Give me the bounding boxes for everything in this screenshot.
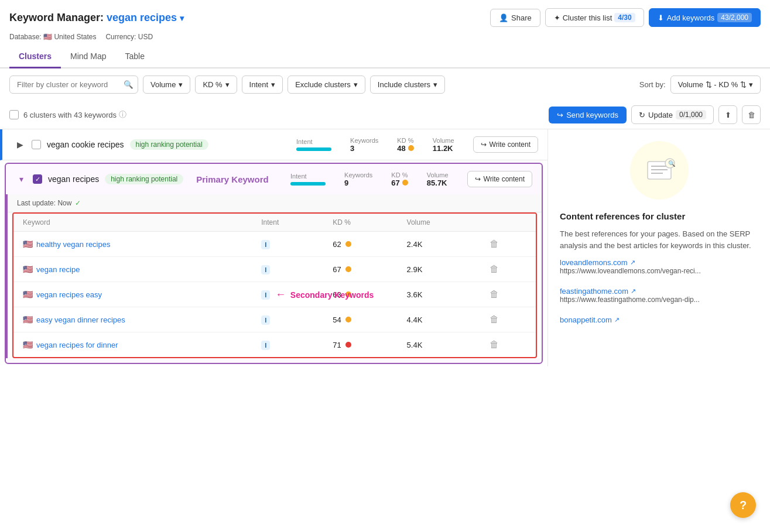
delete-keyword-button[interactable]: 🗑 xyxy=(490,264,499,274)
delete-keyword-button[interactable]: 🗑 xyxy=(490,289,499,299)
cluster-row-vegan-wrap: ▾ ✓ vegan recipes high ranking potential… xyxy=(5,163,543,364)
chevron-down-icon[interactable]: ▾ xyxy=(180,13,184,23)
kd-cell: 62 xyxy=(323,232,397,257)
delete-keyword-button[interactable]: 🗑 xyxy=(490,239,499,249)
table-row: 🇺🇸 vegan recipes for dinner I 71 xyxy=(13,332,536,358)
cluster-icon: ✦ xyxy=(554,13,560,22)
keyword-cell: 🇺🇸 vegan recipe xyxy=(13,257,252,282)
export-button[interactable]: ⬆ xyxy=(718,105,737,124)
search-wrap: 🔍 xyxy=(9,75,138,94)
include-clusters-filter[interactable]: Include clusters ▾ xyxy=(370,75,445,94)
tabs-bar: Clusters Mind Map Table xyxy=(0,46,770,68)
intent-badge: I xyxy=(261,341,270,350)
keyword-link[interactable]: 🇺🇸 easy vegan dinner recipes xyxy=(23,315,242,324)
sort-button[interactable]: Volume ⇅ - KD % ⇅ ▾ xyxy=(670,75,761,94)
sort-section: Sort by: Volume ⇅ - KD % ⇅ ▾ xyxy=(639,75,761,94)
write-content-button-1[interactable]: ↪ Write content xyxy=(473,136,538,153)
keyword-title: vegan recipes xyxy=(107,12,177,23)
header-left: Keyword Manager: vegan recipes ▾ xyxy=(9,12,184,24)
tab-mindmap[interactable]: Mind Map xyxy=(61,46,115,67)
actions-right: ↪ Send keywords ↻ Update 0/1,000 ⬆ 🗑 xyxy=(549,105,761,124)
select-all-checkbox[interactable] xyxy=(9,110,19,119)
volume-cell: 5.4K xyxy=(398,332,481,358)
flag-icon: 🇺🇸 xyxy=(23,239,33,249)
keyword-link[interactable]: 🇺🇸 healthy vegan recipes xyxy=(23,239,242,249)
ref-item-2: feastingathome.com ↗ https://www.feastin… xyxy=(560,287,758,304)
ref-link-2[interactable]: feastingathome.com ↗ xyxy=(560,287,758,296)
volume-cell: 3.6K xyxy=(398,282,481,307)
secondary-keywords-label: ← Secondary Keywords xyxy=(275,289,374,301)
check-icon: ✓ xyxy=(75,199,81,207)
expand-button[interactable]: ▶ xyxy=(14,139,26,150)
actions-bar: 6 clusters with 43 keywords ⓘ ↪ Send key… xyxy=(0,101,770,129)
info-icon: ⓘ xyxy=(119,109,126,120)
share-button[interactable]: 👤 Share xyxy=(490,9,540,27)
cluster-checkbox[interactable] xyxy=(32,140,41,149)
search-input[interactable] xyxy=(9,75,138,94)
add-keywords-button[interactable]: ⬇ Add keywords 43/2,000 xyxy=(649,8,761,27)
keyword-cell: 🇺🇸 easy vegan dinner recipes xyxy=(13,307,252,332)
content-ref-title: Content references for cluster xyxy=(560,211,758,221)
intent-stat: Intent xyxy=(296,138,331,151)
kd-dot-2 xyxy=(402,180,408,186)
intent-badge: I xyxy=(261,315,270,325)
update-count-badge: 0/1,000 xyxy=(676,110,706,119)
keyword-table: Keyword Intent KD % Volume xyxy=(13,214,536,357)
keyword-table-wrap: Keyword Intent KD % Volume xyxy=(12,212,537,358)
illustration: 🔍 xyxy=(560,141,758,200)
flag-icon: 🇺🇸 xyxy=(43,33,54,41)
download-icon: ⬇ xyxy=(658,13,664,22)
ref-link-3[interactable]: bonappetit.com ↗ xyxy=(560,315,758,324)
intent-filter[interactable]: Intent ▾ xyxy=(242,75,283,94)
volume-stat-2: Volume 85.7K xyxy=(427,171,449,187)
write-content-button-2[interactable]: ↪ Write content xyxy=(467,171,532,187)
kd-dot xyxy=(345,241,351,247)
keyword-link[interactable]: 🇺🇸 vegan recipes for dinner xyxy=(23,340,242,349)
chevron-down-icon: ▾ xyxy=(179,80,183,89)
delete-keyword-button[interactable]: 🗑 xyxy=(490,314,499,324)
keyword-link[interactable]: 🇺🇸 vegan recipe xyxy=(23,265,242,274)
intent-badge: I xyxy=(261,265,270,274)
write-icon-2: ↪ xyxy=(475,175,481,183)
search-icon: 🔍 xyxy=(124,80,134,89)
send-icon: ↪ xyxy=(557,111,563,119)
ref-url-1: https://www.loveandlemons.com/vegan-reci… xyxy=(560,267,758,275)
cluster-row-vegan: ▾ ✓ vegan recipes high ranking potential… xyxy=(6,164,542,194)
delete-button[interactable]: 🗑 xyxy=(742,105,761,124)
col-intent: Intent xyxy=(252,214,323,232)
update-button[interactable]: ↻ Update 0/1,000 xyxy=(631,105,714,124)
tab-table[interactable]: Table xyxy=(116,46,154,67)
clusters-info: 6 clusters with 43 keywords ⓘ xyxy=(23,109,126,120)
flag-icon: 🇺🇸 xyxy=(23,340,33,349)
write-icon: ↪ xyxy=(481,140,487,149)
refresh-icon: ↻ xyxy=(639,111,645,119)
ref-item-1: loveandlemons.com ↗ https://www.loveandl… xyxy=(560,258,758,275)
search-button[interactable]: 🔍 xyxy=(124,80,134,89)
flag-icon: 🇺🇸 xyxy=(23,315,33,324)
cluster-list-button[interactable]: ✦ Cluster this list 4/30 xyxy=(545,8,644,27)
ref-link-1[interactable]: loveandlemons.com ↗ xyxy=(560,258,758,267)
ranking-badge-2: high ranking potential xyxy=(105,174,183,184)
kd-dot xyxy=(345,266,351,272)
keywords-stat-2: Keywords 9 xyxy=(344,171,372,187)
external-link-icon: ↗ xyxy=(631,287,636,295)
col-actions xyxy=(480,214,536,232)
tab-clusters[interactable]: Clusters xyxy=(9,46,61,68)
send-keywords-button[interactable]: ↪ Send keywords xyxy=(549,107,627,123)
database-info: Database: 🇺🇸 United States xyxy=(9,33,96,41)
main-content: ▶ vegan cookie recipes high ranking pote… xyxy=(0,129,770,366)
col-keyword: Keyword xyxy=(13,214,252,232)
header-right: 👤 Share ✦ Cluster this list 4/30 ⬇ Add k… xyxy=(490,8,761,27)
delete-keyword-button[interactable]: 🗑 xyxy=(490,339,499,349)
cluster-checkbox-2[interactable]: ✓ xyxy=(33,174,42,184)
kd-dot-red xyxy=(345,342,351,348)
table-row: 🇺🇸 vegan recipe I 67 xyxy=(13,257,536,282)
volume-filter[interactable]: Volume ▾ xyxy=(143,75,190,94)
svg-text:🔍: 🔍 xyxy=(668,160,676,167)
keyword-link[interactable]: 🇺🇸 vegan recipes easy xyxy=(23,290,242,299)
kd-filter[interactable]: KD % ▾ xyxy=(195,75,237,94)
exclude-clusters-filter[interactable]: Exclude clusters ▾ xyxy=(288,75,365,94)
expand-button-2[interactable]: ▾ xyxy=(15,173,27,185)
intent-bar-2 xyxy=(290,182,326,186)
share-icon: 👤 xyxy=(499,13,508,22)
